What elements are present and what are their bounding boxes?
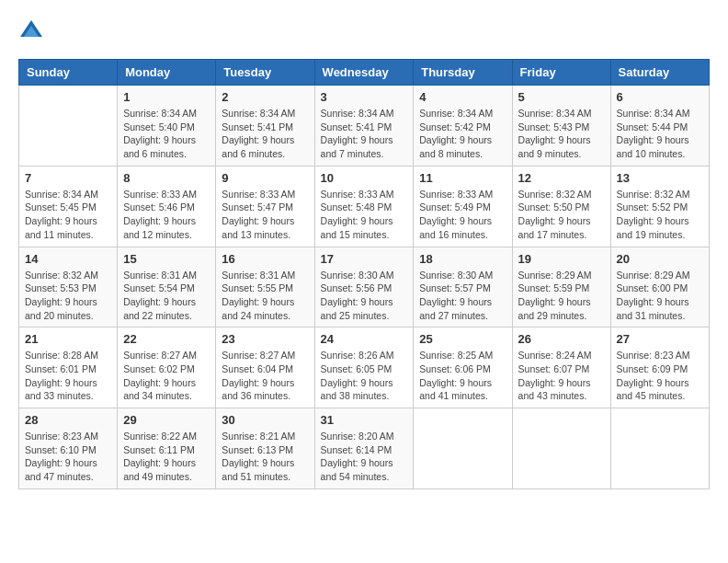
calendar-header-row: SundayMondayTuesdayWednesdayThursdayFrid… xyxy=(19,60,710,86)
calendar-cell: 3Sunrise: 8:34 AMSunset: 5:41 PMDaylight… xyxy=(314,86,414,167)
calendar-week-row: 14Sunrise: 8:32 AMSunset: 5:53 PMDayligh… xyxy=(19,247,710,327)
calendar-cell: 5Sunrise: 8:34 AMSunset: 5:43 PMDaylight… xyxy=(512,86,610,167)
calendar-week-row: 1Sunrise: 8:34 AMSunset: 5:40 PMDaylight… xyxy=(19,86,710,167)
day-number: 7 xyxy=(25,171,111,185)
weekday-header-saturday: Saturday xyxy=(610,60,709,86)
day-info: Sunrise: 8:34 AMSunset: 5:42 PMDaylight:… xyxy=(419,107,506,161)
day-number: 5 xyxy=(518,90,605,104)
calendar-cell: 30Sunrise: 8:21 AMSunset: 6:13 PMDayligh… xyxy=(216,408,314,489)
calendar-cell: 12Sunrise: 8:32 AMSunset: 5:50 PMDayligh… xyxy=(512,166,610,247)
day-number: 19 xyxy=(518,252,605,266)
calendar-cell: 17Sunrise: 8:30 AMSunset: 5:56 PMDayligh… xyxy=(314,247,414,327)
calendar-cell: 11Sunrise: 8:33 AMSunset: 5:49 PMDayligh… xyxy=(414,166,512,247)
calendar-week-row: 21Sunrise: 8:28 AMSunset: 6:01 PMDayligh… xyxy=(19,327,710,408)
day-number: 15 xyxy=(123,252,210,266)
logo-icon xyxy=(18,18,44,44)
calendar-cell: 8Sunrise: 8:33 AMSunset: 5:46 PMDaylight… xyxy=(118,166,216,247)
day-info: Sunrise: 8:21 AMSunset: 6:13 PMDaylight:… xyxy=(222,430,308,484)
day-info: Sunrise: 8:29 AMSunset: 6:00 PMDaylight:… xyxy=(617,269,703,323)
day-number: 10 xyxy=(321,171,408,185)
calendar-week-row: 28Sunrise: 8:23 AMSunset: 6:10 PMDayligh… xyxy=(19,408,710,489)
calendar-cell: 25Sunrise: 8:25 AMSunset: 6:06 PMDayligh… xyxy=(414,327,512,408)
day-info: Sunrise: 8:24 AMSunset: 6:07 PMDaylight:… xyxy=(518,349,605,403)
day-info: Sunrise: 8:34 AMSunset: 5:41 PMDaylight:… xyxy=(321,107,408,161)
day-number: 30 xyxy=(222,413,308,427)
day-info: Sunrise: 8:34 AMSunset: 5:44 PMDaylight:… xyxy=(617,107,703,161)
day-number: 3 xyxy=(321,90,408,104)
calendar-table: SundayMondayTuesdayWednesdayThursdayFrid… xyxy=(18,59,710,489)
day-info: Sunrise: 8:27 AMSunset: 6:04 PMDaylight:… xyxy=(222,349,308,403)
day-info: Sunrise: 8:30 AMSunset: 5:57 PMDaylight:… xyxy=(419,269,506,323)
calendar-cell: 24Sunrise: 8:26 AMSunset: 6:05 PMDayligh… xyxy=(314,327,414,408)
calendar-cell: 23Sunrise: 8:27 AMSunset: 6:04 PMDayligh… xyxy=(216,327,314,408)
calendar-cell: 31Sunrise: 8:20 AMSunset: 6:14 PMDayligh… xyxy=(314,408,414,489)
day-number: 13 xyxy=(617,171,703,185)
day-info: Sunrise: 8:23 AMSunset: 6:09 PMDaylight:… xyxy=(617,349,703,403)
weekday-header-thursday: Thursday xyxy=(414,60,512,86)
day-number: 20 xyxy=(617,252,703,266)
day-number: 24 xyxy=(321,332,408,346)
day-number: 23 xyxy=(222,332,308,346)
day-number: 31 xyxy=(321,413,408,427)
calendar-cell: 1Sunrise: 8:34 AMSunset: 5:40 PMDaylight… xyxy=(118,86,216,167)
weekday-header-tuesday: Tuesday xyxy=(216,60,314,86)
day-info: Sunrise: 8:32 AMSunset: 5:52 PMDaylight:… xyxy=(617,188,703,242)
calendar-cell: 26Sunrise: 8:24 AMSunset: 6:07 PMDayligh… xyxy=(512,327,610,408)
calendar-cell: 9Sunrise: 8:33 AMSunset: 5:47 PMDaylight… xyxy=(216,166,314,247)
day-number: 1 xyxy=(123,90,210,104)
logo xyxy=(18,18,48,44)
day-number: 17 xyxy=(321,252,408,266)
calendar-cell: 22Sunrise: 8:27 AMSunset: 6:02 PMDayligh… xyxy=(118,327,216,408)
calendar-cell xyxy=(19,86,118,167)
day-number: 26 xyxy=(518,332,605,346)
calendar-cell: 16Sunrise: 8:31 AMSunset: 5:55 PMDayligh… xyxy=(216,247,314,327)
calendar-cell: 20Sunrise: 8:29 AMSunset: 6:00 PMDayligh… xyxy=(610,247,709,327)
calendar-cell: 15Sunrise: 8:31 AMSunset: 5:54 PMDayligh… xyxy=(118,247,216,327)
day-info: Sunrise: 8:32 AMSunset: 5:50 PMDaylight:… xyxy=(518,188,605,242)
day-number: 6 xyxy=(617,90,703,104)
day-info: Sunrise: 8:31 AMSunset: 5:55 PMDaylight:… xyxy=(222,269,308,323)
day-number: 16 xyxy=(222,252,308,266)
day-number: 9 xyxy=(222,171,308,185)
calendar-cell: 4Sunrise: 8:34 AMSunset: 5:42 PMDaylight… xyxy=(414,86,512,167)
day-info: Sunrise: 8:30 AMSunset: 5:56 PMDaylight:… xyxy=(321,269,408,323)
calendar-cell: 28Sunrise: 8:23 AMSunset: 6:10 PMDayligh… xyxy=(19,408,118,489)
weekday-header-friday: Friday xyxy=(512,60,610,86)
calendar-cell: 6Sunrise: 8:34 AMSunset: 5:44 PMDaylight… xyxy=(610,86,709,167)
day-info: Sunrise: 8:23 AMSunset: 6:10 PMDaylight:… xyxy=(25,430,111,484)
day-number: 11 xyxy=(419,171,506,185)
weekday-header-monday: Monday xyxy=(118,60,216,86)
weekday-header-wednesday: Wednesday xyxy=(314,60,414,86)
day-number: 25 xyxy=(419,332,506,346)
day-info: Sunrise: 8:34 AMSunset: 5:45 PMDaylight:… xyxy=(25,188,111,242)
day-number: 14 xyxy=(25,252,111,266)
day-info: Sunrise: 8:34 AMSunset: 5:40 PMDaylight:… xyxy=(123,107,210,161)
day-info: Sunrise: 8:25 AMSunset: 6:06 PMDaylight:… xyxy=(419,349,506,403)
day-info: Sunrise: 8:33 AMSunset: 5:48 PMDaylight:… xyxy=(321,188,408,242)
weekday-header-sunday: Sunday xyxy=(19,60,118,86)
day-number: 8 xyxy=(123,171,210,185)
day-number: 2 xyxy=(222,90,308,104)
day-number: 27 xyxy=(617,332,703,346)
day-number: 29 xyxy=(123,413,210,427)
day-info: Sunrise: 8:26 AMSunset: 6:05 PMDaylight:… xyxy=(321,349,408,403)
calendar-cell xyxy=(414,408,512,489)
calendar-cell: 21Sunrise: 8:28 AMSunset: 6:01 PMDayligh… xyxy=(19,327,118,408)
calendar-cell: 10Sunrise: 8:33 AMSunset: 5:48 PMDayligh… xyxy=(314,166,414,247)
day-info: Sunrise: 8:27 AMSunset: 6:02 PMDaylight:… xyxy=(123,349,210,403)
day-info: Sunrise: 8:34 AMSunset: 5:41 PMDaylight:… xyxy=(222,107,308,161)
calendar-cell: 7Sunrise: 8:34 AMSunset: 5:45 PMDaylight… xyxy=(19,166,118,247)
calendar-cell: 14Sunrise: 8:32 AMSunset: 5:53 PMDayligh… xyxy=(19,247,118,327)
calendar-cell: 13Sunrise: 8:32 AMSunset: 5:52 PMDayligh… xyxy=(610,166,709,247)
calendar-week-row: 7Sunrise: 8:34 AMSunset: 5:45 PMDaylight… xyxy=(19,166,710,247)
day-info: Sunrise: 8:31 AMSunset: 5:54 PMDaylight:… xyxy=(123,269,210,323)
day-info: Sunrise: 8:29 AMSunset: 5:59 PMDaylight:… xyxy=(518,269,605,323)
day-info: Sunrise: 8:33 AMSunset: 5:46 PMDaylight:… xyxy=(123,188,210,242)
page-header xyxy=(18,18,710,44)
day-info: Sunrise: 8:22 AMSunset: 6:11 PMDaylight:… xyxy=(123,430,210,484)
day-number: 4 xyxy=(419,90,506,104)
calendar-cell: 2Sunrise: 8:34 AMSunset: 5:41 PMDaylight… xyxy=(216,86,314,167)
day-number: 18 xyxy=(419,252,506,266)
day-info: Sunrise: 8:34 AMSunset: 5:43 PMDaylight:… xyxy=(518,107,605,161)
day-info: Sunrise: 8:32 AMSunset: 5:53 PMDaylight:… xyxy=(25,269,111,323)
